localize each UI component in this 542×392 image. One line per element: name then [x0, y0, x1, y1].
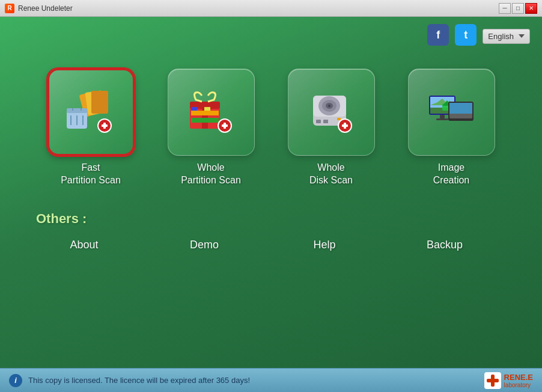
- main-content: f t English: [0, 17, 542, 392]
- maximize-button[interactable]: □: [512, 3, 524, 14]
- renee-cross-icon: [486, 373, 500, 388]
- language-label: English: [488, 32, 514, 41]
- fast-partition-scan-item[interactable]: Fast Partition Scan: [43, 69, 139, 187]
- renee-text-block: RENE.E laboratory: [504, 373, 533, 388]
- renee-logo: RENE.E laboratory: [484, 372, 533, 389]
- info-icon: i: [9, 374, 22, 387]
- help-button[interactable]: Help: [276, 239, 373, 251]
- svg-point-30: [328, 105, 330, 107]
- whole-disk-scan-item[interactable]: Whole Disk Scan: [283, 69, 379, 187]
- whole-partition-scan-item[interactable]: Whole Partition Scan: [163, 69, 259, 187]
- svg-rect-48: [440, 115, 445, 118]
- svg-rect-31: [316, 120, 321, 123]
- svg-rect-18: [191, 118, 219, 123]
- svg-rect-20: [204, 107, 210, 111]
- app-icon: R: [5, 4, 14, 13]
- svg-rect-33: [337, 118, 341, 120]
- svg-rect-32: [323, 120, 328, 123]
- svg-rect-13: [103, 123, 106, 129]
- whole-disk-scan-icon-box: [288, 69, 375, 156]
- whole-disk-scan-label: Whole Disk Scan: [309, 162, 353, 187]
- image-creation-item[interactable]: Image Creation: [403, 69, 499, 187]
- title-bar-left: R Renee Undeleter: [5, 4, 73, 13]
- others-grid: About Demo Help Backup: [36, 239, 506, 251]
- top-bar: f t English: [0, 17, 542, 51]
- status-bar: i This copy is licensed. The licence wil…: [0, 368, 542, 392]
- options-grid: Fast Partition Scan: [0, 57, 542, 199]
- fast-partition-scan-icon: [64, 87, 118, 138]
- title-bar: R Renee Undeleter ─ □ ✕: [0, 0, 542, 17]
- backup-button[interactable]: Backup: [397, 239, 493, 251]
- svg-rect-49: [436, 118, 448, 120]
- renee-bottom-text: laboratory: [504, 382, 533, 388]
- language-selector[interactable]: English: [483, 29, 530, 44]
- renee-logo-icon: [484, 372, 501, 389]
- demo-button[interactable]: Demo: [156, 239, 252, 251]
- svg-rect-4: [67, 108, 87, 113]
- minimize-button[interactable]: ─: [499, 3, 511, 14]
- others-heading: Others :: [36, 211, 506, 227]
- facebook-button[interactable]: f: [427, 24, 449, 46]
- window-title: Renee Undeleter: [18, 4, 73, 13]
- fast-partition-scan-icon-box: [47, 69, 135, 156]
- status-left: i This copy is licensed. The licence wil…: [9, 374, 250, 387]
- about-button[interactable]: About: [36, 239, 132, 251]
- svg-rect-47: [449, 103, 472, 114]
- svg-rect-17: [191, 111, 219, 115]
- svg-rect-37: [344, 123, 346, 129]
- image-creation-icon: [424, 87, 478, 138]
- image-creation-icon-box: [408, 69, 495, 156]
- others-section: Others : About Demo Help Backup: [0, 199, 542, 257]
- svg-rect-2: [91, 91, 108, 114]
- whole-partition-scan-icon-box: [168, 69, 255, 156]
- whole-disk-scan-icon: [304, 87, 358, 138]
- twitter-button[interactable]: t: [455, 24, 477, 46]
- fast-partition-scan-label: Fast Partition Scan: [61, 162, 121, 187]
- image-creation-label: Image Creation: [433, 162, 469, 187]
- dropdown-arrow-icon: [519, 34, 525, 38]
- title-bar-buttons: ─ □ ✕: [499, 3, 537, 14]
- svg-rect-51: [487, 379, 499, 382]
- whole-partition-scan-label: Whole Partition Scan: [181, 162, 241, 187]
- renee-top-text: RENE.E: [504, 373, 533, 382]
- whole-partition-scan-icon: [184, 87, 238, 138]
- svg-rect-19: [191, 107, 197, 111]
- close-button[interactable]: ✕: [525, 3, 537, 14]
- status-text: This copy is licensed. The licence will …: [28, 376, 250, 385]
- svg-rect-24: [224, 123, 226, 129]
